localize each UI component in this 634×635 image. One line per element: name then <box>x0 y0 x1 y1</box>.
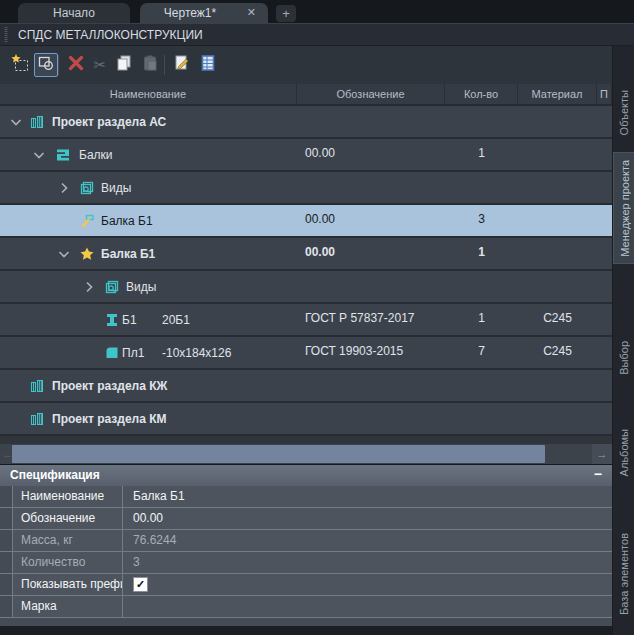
tab-drawing1[interactable]: Чертеж1* ✕ <box>140 3 268 23</box>
tree-row-7[interactable]: Пл1-10x184x126ГОСТ 19903-20157С245 <box>0 337 612 370</box>
building-icon <box>29 114 45 130</box>
scrollbar-thumb[interactable] <box>12 445 545 463</box>
i-beam-icon <box>104 312 120 328</box>
column-header-4[interactable]: П <box>597 84 612 104</box>
tree-row-name-cell: Б120Б1 <box>0 304 297 335</box>
tree-row-material <box>518 370 597 401</box>
column-header-3[interactable]: Материал <box>518 84 597 104</box>
new-tab-button[interactable]: + <box>276 5 296 22</box>
property-value: 76.6244 <box>123 530 612 551</box>
tree-row-quantity: 1 <box>445 139 518 170</box>
tree-row-quantity: 7 <box>445 337 518 368</box>
tree-row-name-cell: Проект раздела КЖ <box>0 370 297 401</box>
tree-row-0[interactable]: Проект раздела АС <box>0 106 612 139</box>
delete-cross-icon <box>67 54 85 76</box>
tree-row-material: С245 <box>518 304 597 335</box>
tree-row-designation: ГОСТ Р 57837-2017 <box>297 304 445 335</box>
specification-button[interactable] <box>196 53 220 77</box>
side-tab-1[interactable]: Менеджер проекта <box>613 152 634 264</box>
property-gutter <box>0 552 13 573</box>
tree-row-material <box>518 172 597 203</box>
tree-row-6[interactable]: Б120Б1ГОСТ Р 57837-20171С245 <box>0 304 612 337</box>
tree-row-quantity <box>445 172 518 203</box>
tree-row-designation <box>297 271 445 302</box>
tree-row-designation: ГОСТ 19903-2015 <box>297 337 445 368</box>
tree-row-label: Проект раздела КЖ <box>52 379 167 393</box>
side-tab-0[interactable]: Объекты <box>613 78 634 148</box>
property-row-3: Количество3 <box>0 552 612 574</box>
tree-row-designation <box>297 403 445 434</box>
tree-row-designation: 00.00 <box>297 205 445 236</box>
chevron-down-icon[interactable] <box>56 246 72 262</box>
cut-button: ✂ <box>88 53 112 77</box>
tree-row-material <box>518 205 597 236</box>
side-tab-2[interactable]: Выбор <box>613 324 634 392</box>
bottom-strip <box>0 626 612 635</box>
property-value[interactable] <box>123 596 612 617</box>
tree-row-label: Балка Б1 <box>101 247 155 261</box>
views-icon <box>79 180 95 196</box>
tree-row-label: Проект раздела АС <box>52 115 166 129</box>
edit-document-icon <box>173 54 191 76</box>
tree-row-3[interactable]: Балка Б100.003 <box>0 205 612 238</box>
tree-row-name-cell: Виды <box>0 172 297 203</box>
column-header-2[interactable]: Кол-во <box>445 84 518 104</box>
chevron-down-icon[interactable] <box>8 114 24 130</box>
tree-row-4[interactable]: Балка Б100.001 <box>0 238 612 271</box>
close-tab-icon[interactable]: ✕ <box>247 6 256 19</box>
side-tab-3[interactable]: Альбомы <box>613 418 634 488</box>
tree-row-quantity: 1 <box>445 238 518 269</box>
property-value[interactable]: 00.00 <box>123 508 612 529</box>
delete-button[interactable] <box>64 53 88 77</box>
chevron-right-icon[interactable] <box>81 279 97 295</box>
horizontal-scrollbar[interactable]: ← → <box>0 444 612 464</box>
side-tab-label: Менеджер проекта <box>619 160 631 257</box>
side-tab-4[interactable]: База элементов <box>613 512 634 635</box>
property-value[interactable]: Балка Б1 <box>123 486 612 507</box>
property-gutter <box>0 596 13 617</box>
paste-clipboard-icon <box>141 54 159 76</box>
table-header-row: НаименованиеОбозначениеКол-воМатериалП <box>0 84 612 106</box>
chevron-down-icon[interactable] <box>31 147 47 163</box>
tab-start[interactable]: Начало <box>18 3 130 23</box>
specification-header[interactable]: Спецификация − <box>0 465 612 486</box>
tree-row-label: Пл1 <box>122 346 144 360</box>
property-label: Обозначение <box>13 508 123 529</box>
scroll-right-icon[interactable]: → <box>592 444 612 464</box>
property-value: 3 <box>123 552 612 573</box>
tree-row-2[interactable]: Виды <box>0 172 612 205</box>
show-prefix-checkbox[interactable]: ✓ <box>133 577 148 592</box>
chevron-right-icon[interactable] <box>56 180 72 196</box>
drawing-tab-bar: Начало Чертеж1* ✕ + <box>0 0 634 23</box>
specification-title: Спецификация <box>10 468 100 482</box>
scissors-icon: ✂ <box>94 56 107 74</box>
tree-row-1[interactable]: Балки00.001 <box>0 139 612 172</box>
building-icon <box>29 378 45 394</box>
tree-row-9[interactable]: Проект раздела КМ <box>0 403 612 436</box>
drag-grip-icon[interactable]: ⁞⁞⁞⁞ <box>4 27 14 43</box>
tree-row-name-cell: Балка Б1 <box>0 238 297 269</box>
property-row-1: Обозначение00.00 <box>0 508 612 530</box>
property-value[interactable]: ✓ <box>123 574 612 595</box>
column-header-1[interactable]: Обозначение <box>297 84 445 104</box>
panel-title-bar: ⁞⁞⁞⁞ СПДС МЕТАЛЛОКОНСТРУКЦИИ <box>0 23 634 46</box>
new-element-button[interactable] <box>8 53 32 77</box>
select-objects-button[interactable] <box>34 53 58 77</box>
tree-row-8[interactable]: Проект раздела КЖ <box>0 370 612 403</box>
property-label: Марка <box>13 596 123 617</box>
tab-drawing1-label: Чертеж1* <box>164 6 216 20</box>
property-gutter <box>0 574 13 595</box>
collapse-panel-icon[interactable]: − <box>594 465 602 484</box>
tree-row-name-cell: Проект раздела АС <box>0 106 297 137</box>
tree-row-designation <box>297 106 445 137</box>
tree-row-material <box>518 271 597 302</box>
tree-row-quantity <box>445 403 518 434</box>
table-icon <box>199 54 217 76</box>
tree-row-quantity: 1 <box>445 304 518 335</box>
edit-composition-button[interactable] <box>170 53 194 77</box>
tree-row-quantity <box>445 271 518 302</box>
copy-button[interactable] <box>112 53 136 77</box>
column-header-0[interactable]: Наименование <box>0 84 297 104</box>
side-tab-label: База элементов <box>618 533 630 615</box>
tree-row-5[interactable]: Виды <box>0 271 612 304</box>
